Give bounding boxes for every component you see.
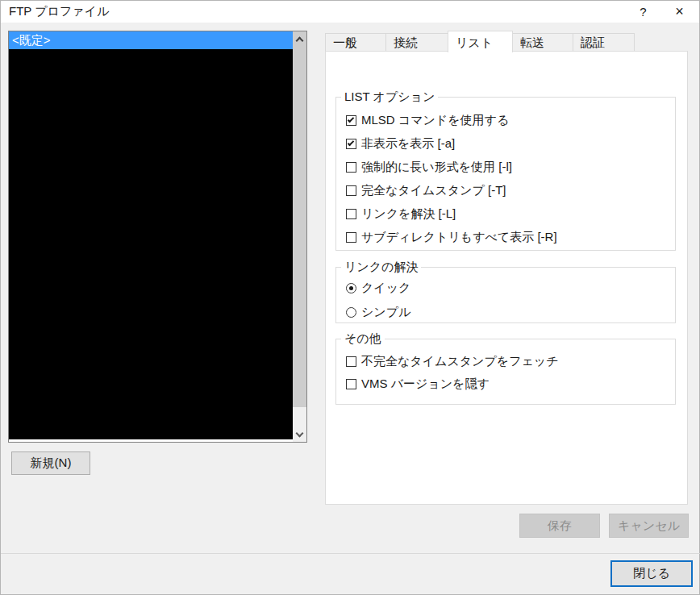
checkmark-icon	[348, 139, 354, 146]
checkbox-icon[interactable]	[346, 356, 356, 367]
checkbox-label: 強制的に長い形式を使用 [-l]	[356, 160, 512, 175]
checkbox-row-hide-vms[interactable]: VMS バージョンを隠す	[346, 372, 675, 395]
radio-dot-icon	[349, 286, 353, 290]
group-title: その他	[341, 331, 385, 347]
tab-strip: 一般 接続 リスト 転送 認証	[325, 30, 635, 52]
bottom-divider	[1, 553, 700, 554]
checkbox-row-resolve-links[interactable]: リンクを解決 [-L]	[346, 202, 675, 226]
checkmark-icon	[348, 116, 354, 123]
checkbox-label: 完全なタイムスタンプ [-T]	[356, 183, 506, 198]
group-title: LIST オプション	[341, 89, 438, 105]
scrollbar-thumb[interactable]	[293, 31, 306, 407]
checkbox-icon[interactable]	[346, 162, 356, 173]
checkbox-icon[interactable]	[346, 185, 356, 196]
title-bar: FTP プロファイル ? ×	[1, 1, 699, 23]
group-link-resolution: リンクの解決 クイック シンプル	[335, 267, 676, 323]
checkbox-icon[interactable]	[346, 139, 356, 149]
radio-label: クイック	[356, 281, 410, 296]
checkbox-label: 非表示を表示 [-a]	[356, 136, 455, 152]
window-title: FTP プロファイル	[1, 4, 625, 19]
tab-auth[interactable]: 認証	[573, 33, 635, 52]
checkbox-label: サブディレクトリもすべて表示 [-R]	[356, 230, 557, 245]
cancel-button[interactable]: キャンセル	[609, 514, 689, 538]
radio-icon[interactable]	[346, 307, 356, 318]
checkbox-row-mlsd[interactable]: MLSD コマンドを使用する	[346, 109, 675, 132]
window-close-button[interactable]: ×	[661, 1, 698, 23]
group-list-options: LIST オプション MLSD コマンドを使用する 非表示を表示 [-a] 強制…	[335, 97, 676, 251]
tab-connection[interactable]: 接続	[385, 33, 448, 52]
chevron-down-icon[interactable]	[296, 430, 304, 438]
radio-icon[interactable]	[346, 283, 356, 293]
profile-list-scrollbar[interactable]	[293, 31, 306, 442]
ftp-profile-dialog: FTP プロファイル ? × <既定> 新規(N) 一般 接続 リスト 転送 認…	[0, 0, 700, 595]
group-title: リンクの解決	[341, 260, 421, 275]
checkbox-label: リンクを解決 [-L]	[356, 206, 456, 222]
group-other: その他 不完全なタイムスタンプをフェッチ VMS バージョンを隠す	[335, 339, 676, 405]
new-profile-button[interactable]: 新規(N)	[11, 451, 90, 475]
radio-row-quick[interactable]: クイック	[346, 276, 675, 300]
profile-listbox[interactable]: <既定>	[8, 31, 307, 443]
tab-transfer[interactable]: 転送	[512, 33, 573, 52]
help-button[interactable]: ?	[625, 1, 661, 23]
checkbox-label: VMS バージョンを隠す	[356, 377, 490, 392]
tab-list[interactable]: リスト	[448, 31, 513, 52]
checkbox-row-recursive[interactable]: サブディレクトリもすべて表示 [-R]	[346, 226, 675, 249]
radio-row-simple[interactable]: シンプル	[346, 300, 675, 324]
checkbox-icon[interactable]	[346, 232, 356, 243]
radio-label: シンプル	[356, 305, 410, 320]
close-button[interactable]: 閉じる	[610, 560, 693, 587]
checkbox-icon[interactable]	[346, 115, 356, 126]
checkbox-row-show-hidden[interactable]: 非表示を表示 [-a]	[346, 132, 675, 156]
list-tab-panel: LIST オプション MLSD コマンドを使用する 非表示を表示 [-a] 強制…	[325, 51, 688, 505]
tab-general[interactable]: 一般	[325, 33, 386, 52]
profile-list-item-default[interactable]: <既定>	[9, 31, 293, 49]
checkbox-label: 不完全なタイムスタンプをフェッチ	[356, 354, 559, 369]
checkbox-row-fetch-incomplete[interactable]: 不完全なタイムスタンプをフェッチ	[346, 350, 675, 372]
profile-list-redacted-area	[9, 49, 293, 439]
save-button[interactable]: 保存	[519, 514, 600, 538]
checkbox-row-force-long[interactable]: 強制的に長い形式を使用 [-l]	[346, 156, 675, 179]
checkbox-icon[interactable]	[346, 209, 356, 219]
close-icon: ×	[675, 3, 684, 20]
checkbox-row-full-timestamp[interactable]: 完全なタイムスタンプ [-T]	[346, 179, 675, 202]
checkbox-icon[interactable]	[346, 379, 356, 389]
help-icon: ?	[640, 5, 646, 19]
checkbox-label: MLSD コマンドを使用する	[356, 113, 509, 128]
